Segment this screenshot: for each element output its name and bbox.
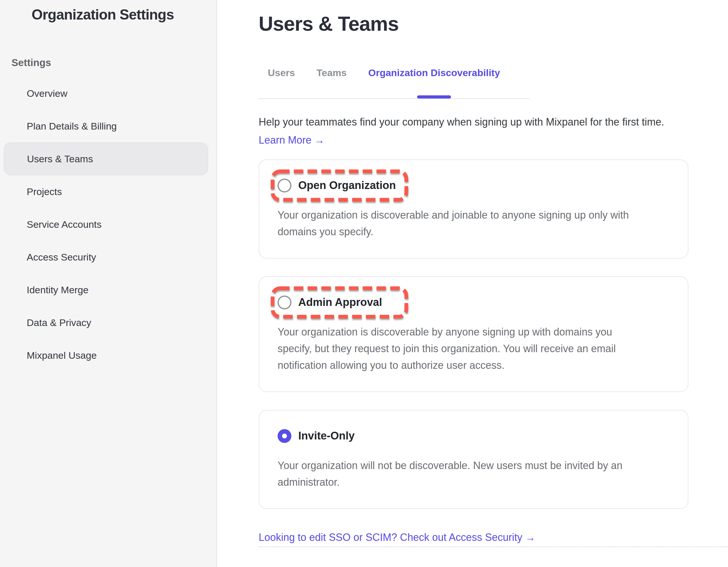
discoverability-options: Open Organization Your organization is d… <box>259 159 728 509</box>
option-description: Your organization will not be discoverab… <box>278 457 665 491</box>
option-description: Your organization is discoverable by any… <box>278 324 665 374</box>
option-card-open-organization: Open Organization Your organization is d… <box>259 159 688 258</box>
settings-sidebar: Organization Settings Settings Overview … <box>0 0 217 567</box>
radio-selected-icon[interactable] <box>278 429 291 443</box>
radio-inner-dot <box>282 434 287 438</box>
learn-more-link[interactable]: Learn More → <box>259 134 325 146</box>
sidebar-item-mixpanel-usage[interactable]: Mixpanel Usage <box>0 339 216 372</box>
option-card-invite-only: Invite-Only Your organization will not b… <box>259 410 688 509</box>
option-admin-approval[interactable]: Admin Approval <box>278 287 665 319</box>
main-content: Users & Teams Users Teams Organization D… <box>217 0 728 567</box>
sidebar-item-overview[interactable]: Overview <box>0 77 216 110</box>
intro-text: Help your teammates find your company wh… <box>259 115 728 129</box>
tab-label: Organization Discoverability <box>368 67 500 78</box>
option-invite-only[interactable]: Invite-Only <box>278 420 665 452</box>
option-label: Invite-Only <box>298 430 355 442</box>
active-tab-indicator <box>417 95 451 98</box>
page-title: Users & Teams <box>259 13 728 35</box>
tab-users[interactable]: Users <box>268 67 295 98</box>
tab-teams[interactable]: Teams <box>317 67 347 98</box>
option-open-organization[interactable]: Open Organization <box>278 169 665 202</box>
option-description: Your organization is discoverable and jo… <box>278 207 665 240</box>
radio-icon[interactable] <box>278 179 291 192</box>
radio-icon[interactable] <box>278 296 291 310</box>
sidebar-item-users-teams[interactable]: Users & Teams <box>4 142 208 175</box>
sidebar-item-plan-details-billing[interactable]: Plan Details & Billing <box>0 110 216 142</box>
option-label: Open Organization <box>298 179 396 191</box>
sidebar-title: Organization Settings <box>32 6 216 23</box>
sidebar-item-access-security[interactable]: Access Security <box>0 241 216 273</box>
access-security-link[interactable]: Looking to edit SSO or SCIM? Check out A… <box>259 531 535 543</box>
sidebar-item-projects[interactable]: Projects <box>0 175 216 208</box>
tab-organization-discoverability[interactable]: Organization Discoverability <box>368 67 500 98</box>
option-card-admin-approval: Admin Approval Your organization is disc… <box>259 276 688 392</box>
option-label: Admin Approval <box>298 296 382 309</box>
sidebar-item-service-accounts[interactable]: Service Accounts <box>0 208 216 241</box>
sidebar-item-data-privacy[interactable]: Data & Privacy <box>0 306 216 339</box>
sidebar-nav: Overview Plan Details & Billing Users & … <box>0 77 216 372</box>
tab-bar: Users Teams Organization Discoverability <box>259 67 530 99</box>
bottom-dotted-divider <box>259 546 727 547</box>
sidebar-section-label: Settings <box>11 57 216 68</box>
organization-settings-page: Organization Settings Settings Overview … <box>0 0 728 567</box>
sidebar-item-identity-merge[interactable]: Identity Merge <box>0 273 216 306</box>
